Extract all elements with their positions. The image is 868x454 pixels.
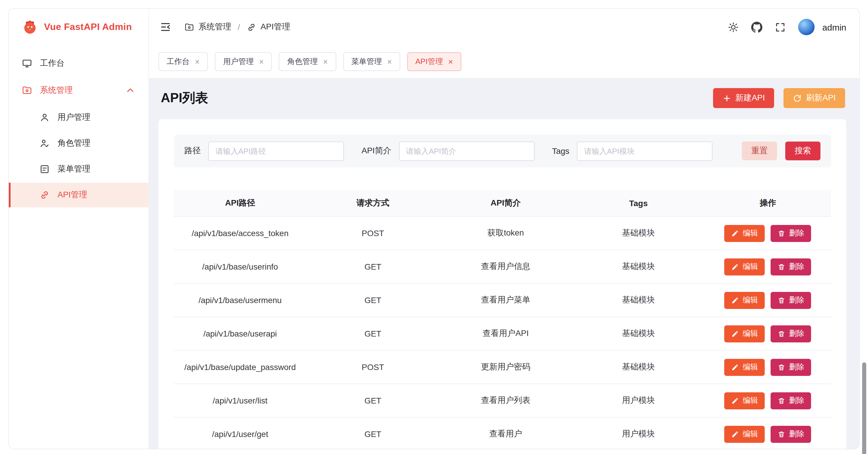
delete-button[interactable]: 删除 — [771, 392, 811, 409]
theme-sun-icon[interactable] — [728, 22, 739, 33]
page-title: API列表 — [161, 89, 208, 107]
trash-icon — [778, 397, 785, 404]
table-row: /api/v1/base/update_password POST 更新用户密码… — [174, 351, 831, 384]
trash-icon — [778, 229, 785, 237]
tab[interactable]: API管理 × — [407, 52, 461, 71]
search-group-tags: Tags — [552, 141, 712, 161]
fullscreen-icon[interactable] — [775, 22, 786, 33]
breadcrumb-label: 系统管理 — [198, 22, 231, 32]
avatar[interactable] — [798, 19, 815, 35]
api-list-card: 路径 API简介 Tags 重置 搜索 — [158, 119, 846, 449]
sidebar-collapse-icon[interactable] — [160, 21, 172, 33]
delete-button[interactable]: 删除 — [771, 426, 811, 443]
refresh-icon — [793, 94, 802, 103]
table-row: /api/v1/user/get GET 查看用户 用户模块 编辑 — [174, 418, 831, 449]
pencil-icon — [732, 229, 739, 237]
sidebar-item-workbench[interactable]: 工作台 — [15, 51, 143, 76]
cell-actions: 编辑 删除 — [705, 225, 831, 242]
cell-actions: 编辑 删除 — [705, 392, 831, 409]
sidebar-item-api[interactable]: API管理 — [9, 183, 149, 207]
cell-tags: 用户模块 — [572, 429, 705, 439]
cell-method: GET — [306, 295, 439, 305]
sidebar-item-users[interactable]: 用户管理 — [9, 105, 149, 130]
delete-label: 删除 — [789, 395, 804, 406]
vertical-scrollbar-thumb[interactable] — [862, 362, 866, 454]
delete-label: 删除 — [789, 228, 804, 238]
breadcrumb-api[interactable]: API管理 — [247, 22, 290, 32]
sidebar-item-roles[interactable]: 角色管理 — [9, 131, 149, 155]
delete-label: 删除 — [789, 328, 804, 339]
tab[interactable]: 菜单管理 × — [343, 52, 400, 71]
github-icon[interactable] — [751, 22, 762, 33]
tab[interactable]: 用户管理 × — [215, 52, 272, 71]
table-header-cell: API简介 — [439, 198, 572, 208]
sidebar-item-system[interactable]: 系统管理 — [15, 78, 143, 103]
pencil-icon — [732, 296, 739, 304]
summary-input[interactable] — [399, 141, 534, 161]
tags-input[interactable] — [577, 141, 712, 161]
cell-actions: 编辑 删除 — [705, 325, 831, 342]
page-header: API列表 新建API 刷新API — [158, 85, 846, 111]
new-api-button[interactable]: 新建API — [713, 88, 774, 108]
refresh-api-label: 刷新API — [806, 93, 836, 103]
delete-button[interactable]: 删除 — [771, 225, 811, 242]
topbar: 系统管理 / API管理 — [149, 9, 859, 45]
cell-api-path: /api/v1/user/get — [174, 429, 306, 439]
link-icon — [39, 190, 50, 200]
cell-tags: 基础模块 — [572, 328, 705, 339]
sidebar-item-menus[interactable]: 菜单管理 — [9, 157, 149, 181]
search-button[interactable]: 搜索 — [785, 142, 820, 160]
edit-button[interactable]: 编辑 — [724, 359, 765, 376]
tab-close-icon[interactable]: × — [259, 58, 264, 66]
tab-close-icon[interactable]: × — [387, 58, 392, 66]
table-body: /api/v1/base/access_token POST 获取token 基… — [174, 217, 831, 449]
cell-actions: 编辑 删除 — [705, 292, 831, 309]
edit-button[interactable]: 编辑 — [724, 292, 765, 309]
link-icon — [247, 22, 256, 32]
delete-button[interactable]: 删除 — [771, 258, 811, 275]
sidebar-item-label: API管理 — [58, 190, 87, 200]
table-row: /api/v1/base/access_token POST 获取token 基… — [174, 217, 831, 250]
refresh-api-button[interactable]: 刷新API — [784, 88, 845, 108]
app-logo[interactable]: Vue FastAPI Admin — [9, 9, 149, 45]
edit-label: 编辑 — [743, 362, 758, 372]
delete-button[interactable]: 删除 — [771, 359, 811, 376]
delete-button[interactable]: 删除 — [771, 325, 811, 342]
edit-button[interactable]: 编辑 — [724, 392, 765, 409]
cell-api-path: /api/v1/base/access_token — [174, 228, 306, 238]
table-header-cell: Tags — [572, 198, 705, 208]
cell-actions: 编辑 删除 — [705, 359, 831, 376]
sidebar-item-label: 系统管理 — [40, 85, 73, 96]
list-icon — [39, 164, 50, 174]
cell-summary: 查看用户信息 — [439, 261, 572, 272]
sidebar: Vue FastAPI Admin 工作台 系统管理 — [9, 9, 149, 449]
search-bar: 路径 API简介 Tags 重置 搜索 — [174, 135, 831, 167]
edit-button[interactable]: 编辑 — [724, 426, 765, 443]
username[interactable]: admin — [822, 22, 846, 32]
monitor-icon — [22, 58, 32, 69]
table-header-cell: 操作 — [705, 198, 831, 208]
cell-summary: 查看用户 — [439, 429, 572, 439]
edit-button[interactable]: 编辑 — [724, 225, 765, 242]
tab-close-icon[interactable]: × — [448, 58, 453, 66]
delete-label: 删除 — [789, 362, 804, 372]
tab-label: 工作台 — [167, 56, 190, 67]
tab[interactable]: 工作台 × — [158, 52, 208, 71]
tab[interactable]: 角色管理 × — [279, 52, 336, 71]
edit-button[interactable]: 编辑 — [724, 258, 765, 275]
cell-method: GET — [306, 396, 439, 405]
pencil-icon — [732, 430, 739, 438]
edit-label: 编辑 — [743, 228, 758, 238]
edit-button[interactable]: 编辑 — [724, 325, 765, 342]
folder-gear-icon — [22, 85, 32, 96]
reset-button[interactable]: 重置 — [742, 142, 777, 160]
path-label: 路径 — [184, 146, 201, 156]
cell-actions: 编辑 删除 — [705, 258, 831, 275]
chicken-logo-icon — [22, 19, 38, 35]
delete-button[interactable]: 删除 — [771, 292, 811, 309]
cell-api-path: /api/v1/user/list — [174, 396, 306, 405]
tab-close-icon[interactable]: × — [323, 58, 328, 66]
breadcrumb-system[interactable]: 系统管理 — [184, 22, 231, 32]
tab-close-icon[interactable]: × — [195, 58, 199, 66]
path-input[interactable] — [208, 141, 344, 161]
